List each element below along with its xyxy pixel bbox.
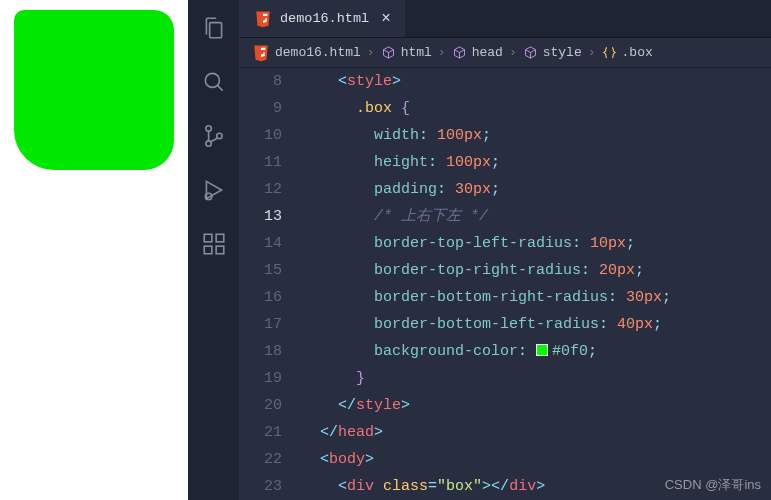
activity-bar [188,0,240,500]
chevron-right-icon: › [367,45,375,60]
svg-rect-7 [216,246,224,254]
code-line: </head> [302,419,771,446]
cube-icon [452,45,467,60]
chevron-right-icon: › [588,45,596,60]
run-debug-icon[interactable] [200,176,228,204]
svg-rect-5 [204,234,212,242]
breadcrumb-box[interactable]: .box [602,45,653,60]
code-line: border-top-right-radius: 20px; [302,257,771,284]
code-line: width: 100px; [302,122,771,149]
source-control-icon[interactable] [200,122,228,150]
breadcrumb-html[interactable]: html [381,45,432,60]
code-line: background-color: #0f0; [302,338,771,365]
tab-label: demo16.html [280,11,369,26]
code-line: <style> [302,68,771,95]
code-line: </style> [302,392,771,419]
breadcrumb-style[interactable]: style [523,45,582,60]
code-line: border-bottom-right-radius: 30px; [302,284,771,311]
watermark: CSDN @泽哥ins [665,476,761,494]
code-content[interactable]: <style> .box { width: 100px; height: 100… [302,68,771,500]
chevron-right-icon: › [438,45,446,60]
svg-point-1 [205,126,210,131]
extensions-icon[interactable] [200,230,228,258]
html5-icon [252,44,270,62]
code-line: .box { [302,95,771,122]
preview-pane [0,0,188,500]
svg-rect-8 [216,234,224,242]
svg-rect-6 [204,246,212,254]
code-line: height: 100px; [302,149,771,176]
tab-demo16[interactable]: demo16.html × [240,0,405,37]
code-line: border-top-left-radius: 10px; [302,230,771,257]
breadcrumb[interactable]: demo16.html › html › head › style › .box [240,38,771,68]
color-swatch[interactable] [536,344,548,356]
code-line: <body> [302,446,771,473]
cube-icon [381,45,396,60]
line-gutter: 8 9 10 11 12 13 14 15 16 17 18 19 20 21 … [240,68,302,500]
breadcrumb-head[interactable]: head [452,45,503,60]
html5-icon [254,10,272,28]
code-line: } [302,365,771,392]
code-editor[interactable]: 8 9 10 11 12 13 14 15 16 17 18 19 20 21 … [240,68,771,500]
tab-bar: demo16.html × [240,0,771,38]
close-icon[interactable]: × [381,10,391,28]
rendered-box [14,10,174,170]
explorer-icon[interactable] [200,14,228,42]
brackets-icon [602,45,617,60]
cube-icon [523,45,538,60]
search-icon[interactable] [200,68,228,96]
chevron-right-icon: › [509,45,517,60]
breadcrumb-file[interactable]: demo16.html [252,44,361,62]
code-line: padding: 30px; [302,176,771,203]
code-line: border-bottom-left-radius: 40px; [302,311,771,338]
code-line: /* 上右下左 */ [302,203,771,230]
svg-point-2 [205,141,210,146]
editor: demo16.html × demo16.html › html › head … [188,0,771,500]
main-area: demo16.html × demo16.html › html › head … [240,0,771,500]
